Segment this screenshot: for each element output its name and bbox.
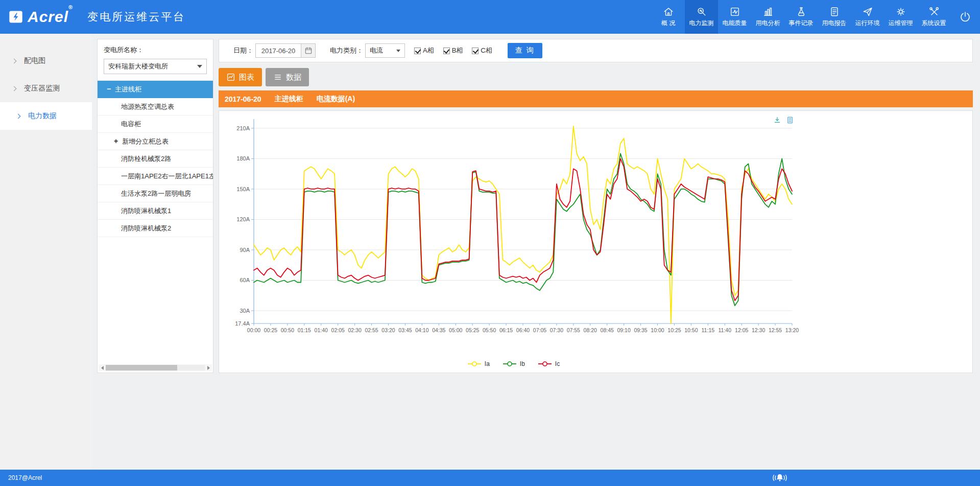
svg-text:120A: 120A	[236, 216, 250, 222]
report-icon	[829, 6, 840, 17]
scroll-left-icon[interactable]	[99, 364, 106, 371]
tree-item-label: 主进线柜	[115, 85, 141, 93]
expand-icon[interactable]: +	[114, 133, 122, 150]
svg-text:01:15: 01:15	[298, 327, 311, 333]
svg-text:02:05: 02:05	[331, 327, 345, 333]
tab-chart[interactable]: 图表	[219, 68, 262, 86]
sidebar-item[interactable]: 变压器监测	[0, 75, 92, 102]
nav-item-analysis[interactable]: 用电分析	[751, 0, 784, 34]
phase-checkbox-b[interactable]: B相	[443, 46, 463, 55]
tree-item[interactable]: −主进线柜	[98, 81, 213, 98]
legend-label: Ib	[520, 360, 525, 367]
category-select-value: 电流	[370, 46, 383, 55]
nav-item-events[interactable]: 事件记录	[784, 0, 818, 34]
scroll-right-icon[interactable]	[205, 364, 212, 371]
tree-item[interactable]: 生活水泵2路一层弱电房	[98, 185, 213, 202]
alarm-bell-icon[interactable]	[771, 472, 788, 484]
current-line-chart: 17.4A30A60A90A120A150A180A210A00:0000:25…	[227, 116, 799, 341]
phase-checkbox-a[interactable]: A相	[414, 46, 434, 55]
environment-icon	[862, 6, 873, 17]
tree-item-label: 生活水泵2路一层弱电房	[121, 190, 191, 197]
download-icon[interactable]	[773, 116, 781, 124]
svg-text:12:05: 12:05	[735, 327, 748, 333]
brand-name: Acrel®	[28, 8, 73, 26]
svg-text:12:55: 12:55	[769, 327, 782, 333]
phase-checkbox-c[interactable]: C相	[472, 46, 492, 55]
tree-item[interactable]: 消防栓机械泵2路	[98, 150, 213, 168]
collapse-icon[interactable]: −	[107, 81, 115, 98]
list-icon	[273, 73, 282, 82]
phase-label: B相	[452, 46, 463, 55]
banner-date: 2017-06-20	[225, 95, 261, 103]
svg-text:07:05: 07:05	[533, 327, 546, 333]
checkbox-icon[interactable]	[414, 48, 421, 54]
nav-item-quality[interactable]: 电能质量	[718, 0, 751, 34]
power-button[interactable]	[950, 11, 980, 23]
nav-item-environment[interactable]: 运行环境	[851, 0, 884, 34]
svg-text:05:25: 05:25	[466, 327, 479, 333]
sidebar-item-label: 变压器监测	[24, 84, 60, 93]
tree-item-label: 消防喷淋机械泵1	[121, 207, 171, 215]
sidebar-item[interactable]: 配电图	[0, 47, 92, 75]
nav-item-home[interactable]: 概 况	[652, 0, 685, 34]
tree-item-label: 地源热泵空调总表	[121, 103, 174, 110]
svg-text:03:45: 03:45	[398, 327, 412, 333]
events-icon	[796, 6, 807, 17]
legend-item-ic[interactable]: Ic	[537, 360, 560, 367]
svg-text:04:10: 04:10	[415, 327, 428, 333]
legend-item-ib[interactable]: Ib	[502, 360, 525, 367]
quality-icon	[729, 6, 740, 17]
substation-select-value: 安科瑞新大楼变电所	[108, 62, 168, 71]
query-button[interactable]: 查 询	[508, 43, 542, 58]
tab-label: 图表	[239, 73, 254, 82]
svg-text:01:40: 01:40	[315, 327, 328, 333]
nav-item-label: 事件记录	[789, 19, 814, 28]
legend-label: Ia	[485, 360, 490, 367]
nav-item-maintenance[interactable]: 运维管理	[884, 0, 917, 34]
tree-item[interactable]: 消防喷淋机械泵2	[98, 220, 213, 237]
calendar-button[interactable]	[301, 43, 316, 58]
nav-item-report[interactable]: 用电报告	[818, 0, 851, 34]
category-select[interactable]: 电流	[365, 43, 405, 58]
phase-label: C相	[481, 46, 492, 55]
svg-text:12:30: 12:30	[752, 327, 765, 333]
filter-bar: 日期： 2017-06-20 电力类别： 电流 A相B相C相 查 询	[219, 39, 973, 62]
nav-item-settings[interactable]: 系统设置	[917, 0, 950, 34]
settings-icon	[928, 6, 940, 17]
chart-icon	[226, 73, 235, 82]
sidebar-item[interactable]: 电力数据	[0, 102, 92, 130]
banner-device: 主进线柜	[275, 95, 303, 104]
nav-item-monitor[interactable]: 电力监测	[685, 0, 718, 34]
svg-text:210A: 210A	[236, 125, 250, 131]
checkbox-icon[interactable]	[443, 48, 450, 54]
tree-item[interactable]: 一层南1APE2右一层北1APE1左	[98, 168, 213, 185]
chevron-right-icon	[12, 58, 17, 63]
checkbox-icon[interactable]	[472, 48, 479, 54]
tree-item[interactable]: 电容柜	[98, 115, 213, 133]
scrollbar-track[interactable]	[106, 365, 205, 371]
substation-select[interactable]: 安科瑞新大楼变电所	[104, 59, 207, 74]
maintenance-icon	[895, 6, 906, 17]
tree-item[interactable]: 消防喷淋机械泵1	[98, 202, 213, 220]
svg-text:10:00: 10:00	[651, 327, 664, 333]
app-header: Acrel® 变电所运维云平台 概 况电力监测电能质量用电分析事件记录用电报告运…	[0, 0, 980, 34]
tree-item[interactable]: +新增分立柜总表	[98, 133, 213, 150]
tree-horizontal-scrollbar[interactable]	[99, 364, 212, 371]
svg-text:08:45: 08:45	[601, 327, 614, 333]
scrollbar-thumb[interactable]	[106, 365, 177, 371]
date-input[interactable]: 2017-06-20	[255, 43, 301, 58]
phase-checkbox-group: A相B相C相	[405, 46, 492, 55]
top-nav: 概 况电力监测电能质量用电分析事件记录用电报告运行环境运维管理系统设置	[652, 0, 950, 34]
legend-marker-icon	[537, 361, 553, 367]
device-tree: −主进线柜地源热泵空调总表电容柜+新增分立柜总表消防栓机械泵2路一层南1APE2…	[98, 80, 213, 237]
chevron-right-icon	[12, 86, 17, 91]
acrel-logo-icon	[8, 9, 23, 25]
tree-item-label: 一层南1APE2右一层北1APE1左	[121, 172, 213, 180]
tree-item[interactable]: 地源热泵空调总表	[98, 98, 213, 115]
left-sidebar: 配电图变压器监测电力数据	[0, 34, 92, 470]
legend-item-ia[interactable]: Ia	[467, 360, 490, 367]
nav-item-label: 电力监测	[689, 19, 714, 28]
tab-data[interactable]: 数据	[266, 68, 309, 86]
data-view-icon[interactable]	[786, 116, 794, 124]
svg-text:00:25: 00:25	[264, 327, 277, 333]
